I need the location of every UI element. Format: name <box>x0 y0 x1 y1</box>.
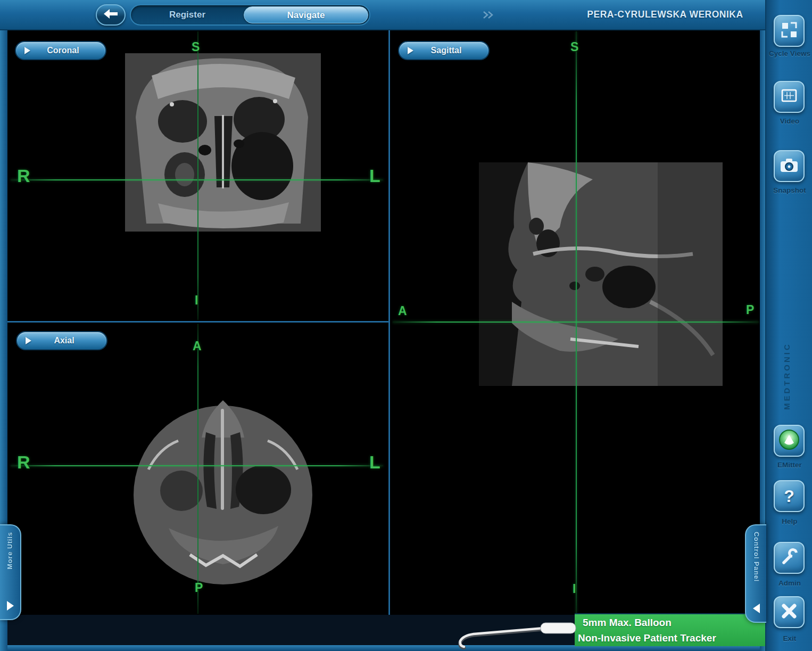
exit-label: Exit <box>766 634 812 643</box>
coronal-crosshair-vertical[interactable] <box>197 31 198 320</box>
axial-crosshair-vertical[interactable] <box>197 324 198 614</box>
forward-chevron-icon[interactable] <box>482 11 496 19</box>
play-icon <box>408 47 413 54</box>
sagittal-crosshair-horizontal[interactable] <box>393 322 759 323</box>
cycle-views-label: Cycle Views <box>766 50 812 58</box>
panel-divider-vertical <box>388 30 390 615</box>
axial-ct-image[interactable] <box>126 394 320 586</box>
back-button[interactable] <box>96 4 126 26</box>
emitter-icon <box>778 428 800 453</box>
video-button[interactable] <box>774 81 805 113</box>
axial-orientation-right: L <box>369 452 380 473</box>
sagittal-orientation-top: S <box>570 40 578 54</box>
mode-tab-bar: Register Navigate <box>130 4 370 26</box>
sagittal-crosshair-vertical[interactable] <box>576 31 577 614</box>
sagittal-view-label: Sagittal <box>413 46 479 55</box>
sagittal-ct-image[interactable] <box>479 162 723 386</box>
sagittal-orientation-left: A <box>398 304 407 318</box>
expand-right-icon <box>7 601 14 611</box>
more-utils-label: More Utils <box>6 532 14 569</box>
instrument-probe-graphic <box>452 617 579 649</box>
cycle-views-icon <box>780 21 798 41</box>
snapshot-icon <box>780 157 799 175</box>
status-instrument: 5mm Max. Balloon <box>583 617 672 629</box>
play-icon <box>24 47 30 54</box>
axial-orientation-left: R <box>17 452 30 473</box>
navigation-screen: Register Navigate PERA-CYRULEWSKA WERONI… <box>0 0 812 651</box>
coronal-orientation-right: L <box>369 166 380 186</box>
snapshot-label: Snapshot <box>766 186 812 195</box>
brand-watermark: MEDTRONIC <box>782 226 791 410</box>
coronal-view-button[interactable]: Coronal <box>15 41 106 60</box>
status-tracker: Non-Invasive Patient Tracker <box>578 632 716 644</box>
sagittal-view-button[interactable]: Sagittal <box>398 41 490 60</box>
patient-name: PERA-CYRULEWSKA WERONIKA <box>564 9 766 20</box>
status-bar: 5mm Max. Balloon Non-Invasive Patient Tr… <box>575 613 765 646</box>
top-bar: Register Navigate PERA-CYRULEWSKA WERONI… <box>0 0 812 30</box>
panel-divider-horizontal <box>7 321 390 323</box>
coronal-orientation-left: R <box>17 166 30 186</box>
axial-view-button[interactable]: Axial <box>16 331 107 350</box>
axial-view-label: Axial <box>31 336 97 345</box>
control-panel-tab[interactable]: Control Panel <box>745 524 766 623</box>
back-arrow-icon <box>103 9 119 21</box>
snapshot-button[interactable] <box>774 150 805 182</box>
coronal-ct-image[interactable] <box>125 53 321 232</box>
sagittal-orientation-bottom: I <box>573 582 576 596</box>
admin-label: Admin <box>766 579 812 588</box>
emitter-label: EMitter <box>766 461 812 469</box>
help-label: Help <box>766 517 812 526</box>
sagittal-orientation-right: P <box>746 303 754 317</box>
axial-crosshair-horizontal[interactable] <box>11 465 383 466</box>
coronal-orientation-top: S <box>192 40 200 54</box>
admin-wrench-icon <box>780 547 799 568</box>
play-icon <box>26 337 31 344</box>
coronal-view-label: Coronal <box>30 46 96 55</box>
expand-left-icon <box>753 604 760 613</box>
sidebar: Cycle Views Video Snapshot <box>765 0 812 651</box>
video-icon <box>780 87 798 107</box>
axial-orientation-top: A <box>193 339 202 353</box>
axial-orientation-bottom: P <box>195 581 203 595</box>
tab-navigate[interactable]: Navigate <box>244 6 368 23</box>
help-button[interactable]: ? <box>774 480 805 512</box>
coronal-crosshair-horizontal[interactable] <box>11 179 383 180</box>
help-icon: ? <box>784 487 794 506</box>
coronal-orientation-bottom: I <box>195 293 198 308</box>
more-utils-tab[interactable]: More Utils <box>0 524 21 620</box>
video-label: Video <box>766 117 812 126</box>
emitter-button[interactable] <box>774 425 805 457</box>
cycle-views-button[interactable] <box>774 15 805 47</box>
exit-x-icon <box>780 602 798 622</box>
admin-button[interactable] <box>774 542 805 574</box>
exit-button[interactable] <box>774 596 805 628</box>
viewport: S I R L A P R L S I A P Coronal Sagittal… <box>7 30 760 615</box>
control-panel-label: Control Panel <box>752 532 760 582</box>
tab-register[interactable]: Register <box>131 5 244 24</box>
